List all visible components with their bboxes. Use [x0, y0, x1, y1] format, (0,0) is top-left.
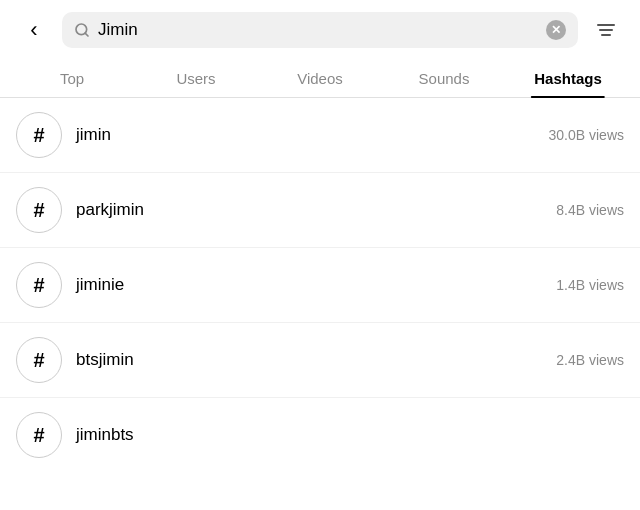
result-tag: btsjimin — [76, 350, 556, 370]
list-item[interactable]: # btsjimin 2.4B views — [0, 323, 640, 398]
search-input[interactable] — [98, 20, 538, 40]
results-list: # jimin 30.0B views # parkjimin 8.4B vie… — [0, 98, 640, 472]
result-tag: jimin — [76, 125, 549, 145]
filter-button[interactable] — [588, 12, 624, 48]
list-item[interactable]: # parkjimin 8.4B views — [0, 173, 640, 248]
result-tag: jiminie — [76, 275, 556, 295]
result-tag: jiminbts — [76, 425, 624, 445]
filter-icon — [597, 24, 615, 36]
list-item[interactable]: # jimin 30.0B views — [0, 98, 640, 173]
list-item[interactable]: # jiminie 1.4B views — [0, 248, 640, 323]
search-bar: ✕ — [62, 12, 578, 48]
result-views: 2.4B views — [556, 352, 624, 368]
result-views: 30.0B views — [549, 127, 624, 143]
back-icon: ‹ — [30, 17, 37, 43]
list-item[interactable]: # jiminbts — [0, 398, 640, 472]
hashtag-icon: # — [16, 112, 62, 158]
search-icon — [74, 22, 90, 38]
hashtag-icon: # — [16, 262, 62, 308]
hashtag-icon: # — [16, 187, 62, 233]
tab-videos[interactable]: Videos — [258, 60, 382, 97]
tab-users[interactable]: Users — [134, 60, 258, 97]
result-views: 8.4B views — [556, 202, 624, 218]
hashtag-icon: # — [16, 337, 62, 383]
result-tag: parkjimin — [76, 200, 556, 220]
tab-sounds[interactable]: Sounds — [382, 60, 506, 97]
clear-button[interactable]: ✕ — [546, 20, 566, 40]
result-views: 1.4B views — [556, 277, 624, 293]
tab-top[interactable]: Top — [10, 60, 134, 97]
tab-hashtags[interactable]: Hashtags — [506, 60, 630, 97]
tabs-nav: Top Users Videos Sounds Hashtags — [0, 60, 640, 98]
hashtag-icon: # — [16, 412, 62, 458]
svg-line-1 — [85, 33, 88, 36]
back-button[interactable]: ‹ — [16, 12, 52, 48]
header: ‹ ✕ — [0, 0, 640, 60]
